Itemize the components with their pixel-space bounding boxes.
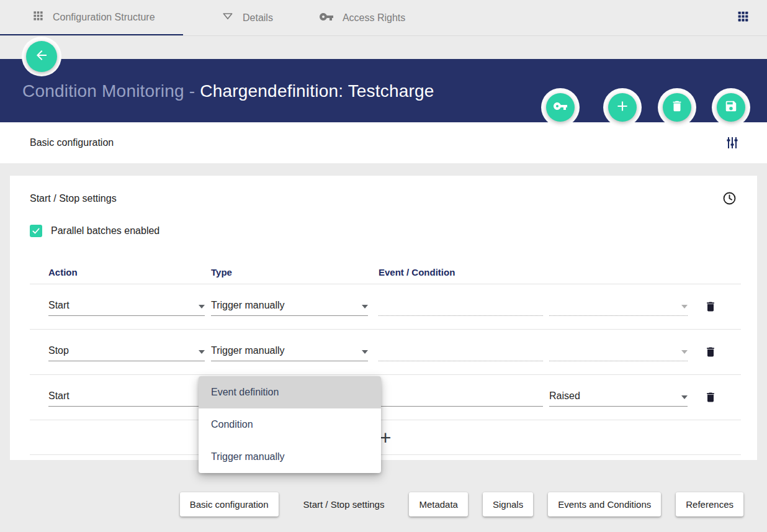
tune-sliders-icon[interactable] [725,135,740,150]
table-row: Stop Trigger manually [30,330,741,375]
delete-row-button[interactable] [704,390,717,405]
save-icon [724,99,738,115]
column-header-action: Action [48,267,211,277]
checkbox-label: Parallel batches enabled [51,225,159,237]
select-value: Trigger manually [211,300,285,311]
trash-icon [670,99,684,115]
grid-icon [32,10,44,24]
nav-events-and-conditions[interactable]: Events and Conditions [548,492,661,516]
chevron-down-icon [681,345,688,356]
table-header-row: Action Type Event / Condition [30,267,741,284]
arrow-left-icon [34,48,49,65]
chevron-down-icon [681,390,688,402]
menu-item-event-definition[interactable]: Event definition [199,376,381,408]
chevron-down-icon [199,345,205,356]
add-fab-halo [603,88,642,127]
select-value: Raised [549,390,580,402]
column-header-type: Type [211,267,379,277]
add-fab[interactable] [608,93,637,122]
menu-item-trigger-manually[interactable]: Trigger manually [199,441,381,473]
add-row-container: + [30,420,741,455]
table-row: Start Trigger manually [30,284,741,330]
nav-signals[interactable]: Signals [483,492,533,516]
nav-basic-configuration[interactable]: Basic configuration [180,492,279,516]
save-fab-halo [712,88,750,127]
state-select[interactable]: Raised [549,388,688,407]
key-icon [319,9,334,27]
page-title-prefix: Condition Monitoring - [22,81,200,101]
section-title: Start / Stop settings [30,193,117,204]
event-condition-select[interactable] [379,297,543,316]
delete-fab-halo [658,88,696,127]
select-value: Start [48,390,70,402]
parallel-batches-checkbox[interactable] [30,225,42,237]
apps-grid-icon [737,10,750,25]
menu-item-condition[interactable]: Condition [199,408,381,441]
page-header: Condition Monitoring - Chargendefinition… [0,59,767,122]
basic-configuration-section: Basic configuration [0,122,767,163]
access-key-fab-halo [541,88,580,127]
event-condition-select[interactable] [379,388,543,407]
action-select[interactable]: Start [48,297,205,316]
start-stop-card: Start / Stop settings Parallel batches e… [10,176,757,460]
action-select[interactable]: Start [48,388,205,407]
type-select[interactable]: Trigger manually [211,297,368,316]
plus-icon [614,98,630,117]
parallel-batches-row: Parallel batches enabled [30,225,757,237]
back-button[interactable] [26,41,57,72]
access-key-fab[interactable] [546,93,575,122]
tab-label: Configuration Structure [53,12,155,23]
nav-metadata[interactable]: Metadata [409,492,468,516]
select-value: Stop [48,345,69,356]
delete-row-button[interactable] [704,299,717,314]
bottom-section-nav: Basic configuration Start / Stop setting… [0,492,767,516]
card-header: Start / Stop settings [10,176,757,206]
funnel-icon [222,11,234,25]
back-button-halo [22,37,61,76]
delete-row-button[interactable] [704,345,717,359]
action-select[interactable]: Stop [48,343,205,361]
state-select[interactable] [549,343,688,361]
select-value: Start [48,300,70,311]
save-fab[interactable] [717,93,745,122]
event-condition-select[interactable] [379,343,543,361]
clock-icon[interactable] [722,191,737,206]
page-title-main: Chargendefinition: Testcharge [200,81,434,101]
select-value: Trigger manually [211,345,285,356]
table-row: Start Raised [30,375,741,420]
delete-fab[interactable] [663,93,691,122]
column-header-event: Event / Condition [379,267,738,277]
section-title: Basic configuration [30,137,114,148]
tab-access-rights[interactable]: Access Rights [278,0,410,35]
top-tab-bar: Configuration Structure Details Access R… [0,0,767,35]
type-select[interactable]: Trigger manually [211,343,368,361]
tab-details[interactable]: Details [183,0,278,35]
key-icon [553,99,568,116]
type-dropdown-menu: Event definition Condition Trigger manua… [199,376,381,473]
tab-label: Details [243,12,273,24]
chevron-down-icon [362,300,368,311]
add-row-button[interactable]: + [380,428,392,448]
tab-label: Access Rights [343,12,405,24]
state-select[interactable] [549,297,688,316]
apps-grid-button[interactable] [733,9,752,27]
nav-start-stop-settings[interactable]: Start / Stop settings [294,492,395,516]
chevron-down-icon [681,300,688,311]
chevron-down-icon [362,345,368,356]
tab-configuration-structure[interactable]: Configuration Structure [0,0,183,35]
chevron-down-icon [199,300,205,311]
nav-references[interactable]: References [676,492,743,516]
page-title: Condition Monitoring - Chargendefinition… [22,81,434,101]
start-stop-table: Action Type Event / Condition Start Trig… [30,267,741,455]
